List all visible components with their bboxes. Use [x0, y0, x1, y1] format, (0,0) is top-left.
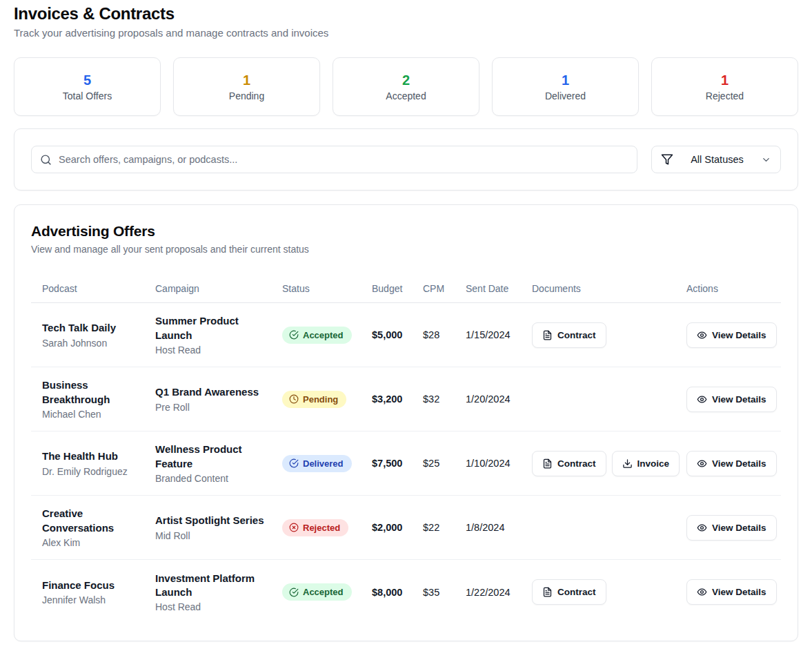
status-filter-select[interactable]: All Statuses: [651, 146, 781, 173]
stat-label: Accepted: [386, 90, 426, 101]
podcast-name: The Health Hub: [42, 449, 155, 463]
stat-value: 5: [83, 72, 91, 88]
podcast-host: Michael Chen: [42, 409, 155, 420]
campaign-type: Pre Roll: [155, 402, 282, 413]
status-badge: Rejected: [282, 519, 348, 536]
table-body: Tech Talk Daily Sarah Johnson Summer Pro…: [31, 303, 781, 624]
invoices-contracts-page: Invoices & Contracts Track your advertis…: [0, 0, 812, 652]
cpm-value: $22: [423, 522, 466, 533]
column-header-documents: Documents: [532, 283, 686, 294]
status-filter-value: All Statuses: [691, 154, 744, 165]
cpm-value: $28: [423, 329, 466, 340]
column-header-status: Status: [282, 283, 372, 294]
column-header-sent-date: Sent Date: [466, 283, 532, 294]
view-details-button[interactable]: View Details: [686, 322, 777, 348]
budget-value: $2,000: [372, 522, 423, 533]
view-details-button[interactable]: View Details: [686, 515, 777, 541]
campaign-name: Summer Product Launch: [155, 314, 282, 342]
column-header-podcast: Podcast: [31, 283, 155, 294]
stat-label: Pending: [229, 90, 264, 101]
status-icon: [289, 394, 299, 404]
stat-label: Delivered: [545, 90, 586, 101]
stat-card: 1 Pending: [173, 57, 320, 116]
search-icon: [40, 154, 52, 166]
campaign-type: Branded Content: [155, 473, 282, 484]
table-row: Creative Conversations Alex Kim Artist S…: [31, 496, 781, 560]
status-label: Pending: [303, 394, 338, 405]
contract-button[interactable]: Contract: [532, 451, 606, 476]
search-input-wrapper[interactable]: [31, 146, 637, 173]
budget-value: $7,500: [372, 458, 423, 469]
stat-value: 2: [402, 72, 410, 88]
cpm-value: $35: [423, 587, 466, 598]
status-label: Accepted: [303, 587, 344, 597]
campaign-name: Artist Spotlight Series: [155, 514, 282, 527]
podcast-name: Creative Conversations: [42, 507, 155, 535]
view-details-label: View Details: [712, 330, 766, 340]
status-badge: Pending: [282, 391, 346, 408]
page-subtitle: Track your advertising proposals and man…: [14, 27, 798, 39]
invoice-button[interactable]: Invoice: [612, 451, 680, 476]
podcast-host: Jennifer Walsh: [42, 594, 155, 605]
status-label: Rejected: [303, 523, 340, 533]
cpm-value: $32: [423, 394, 466, 405]
view-details-label: View Details: [712, 458, 766, 469]
eye-icon: [697, 523, 707, 533]
status-label: Delivered: [303, 458, 344, 469]
column-header-campaign: Campaign: [155, 283, 282, 294]
view-details-button[interactable]: View Details: [686, 451, 777, 476]
column-header-cpm: CPM: [423, 283, 466, 294]
view-details-button[interactable]: View Details: [686, 579, 777, 605]
view-details-button[interactable]: View Details: [686, 387, 777, 412]
search-filter-card: All Statuses: [14, 128, 798, 191]
podcast-name: Tech Talk Daily: [42, 321, 155, 335]
table-row: The Health Hub Dr. Emily Rodriguez Welln…: [31, 431, 781, 496]
view-details-label: View Details: [712, 523, 766, 533]
column-header-budget: Budget: [372, 283, 423, 294]
campaign-type: Mid Roll: [155, 530, 282, 541]
contract-button[interactable]: Contract: [532, 579, 606, 605]
sent-date-value: 1/8/2024: [466, 522, 532, 533]
stat-card: 2 Accepted: [333, 57, 479, 116]
stat-label: Total Offers: [63, 90, 112, 101]
table-row: Tech Talk Daily Sarah Johnson Summer Pro…: [31, 303, 781, 367]
status-label: Accepted: [303, 330, 344, 340]
sent-date-value: 1/10/2024: [466, 458, 532, 469]
stat-label: Rejected: [706, 90, 744, 101]
status-badge: Accepted: [282, 327, 352, 344]
status-icon: [289, 588, 299, 597]
table-row: Finance Focus Jennifer Walsh Investment …: [31, 560, 781, 624]
documents-cell: Contract: [532, 579, 686, 605]
stat-value: 1: [562, 72, 569, 88]
budget-value: $5,000: [372, 329, 423, 340]
status-badge: Delivered: [282, 455, 352, 472]
status-icon: [289, 330, 299, 340]
chevron-down-icon: [761, 155, 771, 165]
status-badge: Accepted: [282, 583, 352, 601]
page-title: Invoices & Contracts: [14, 4, 798, 23]
stat-value: 1: [721, 72, 729, 88]
advertising-offers-card: Advertising Offers View and manage all y…: [14, 204, 798, 641]
podcast-name: Business Breakthrough: [42, 378, 155, 407]
status-icon: [289, 458, 299, 468]
download-icon: [622, 458, 633, 469]
podcast-name: Finance Focus: [42, 579, 155, 592]
offers-subtitle: View and manage all your sent proposals …: [31, 244, 781, 255]
sent-date-value: 1/15/2024: [466, 329, 532, 340]
campaign-type: Host Read: [155, 344, 282, 356]
filter-icon: [661, 153, 673, 166]
offers-title: Advertising Offers: [31, 223, 781, 240]
stat-card: 1 Delivered: [492, 57, 639, 116]
contract-button[interactable]: Contract: [532, 322, 606, 348]
campaign-name: Q1 Brand Awareness: [155, 385, 282, 399]
table-row: Business Breakthrough Michael Chen Q1 Br…: [31, 367, 781, 431]
search-input[interactable]: [59, 154, 628, 165]
stat-value: 1: [243, 72, 250, 88]
stat-card: 5 Total Offers: [14, 57, 161, 116]
podcast-host: Alex Kim: [42, 537, 155, 548]
file-text-icon: [542, 330, 553, 340]
documents-cell: Contract: [532, 322, 686, 348]
view-details-label: View Details: [712, 394, 766, 405]
eye-icon: [697, 458, 707, 469]
campaign-name: Investment Platform Launch: [155, 572, 282, 600]
